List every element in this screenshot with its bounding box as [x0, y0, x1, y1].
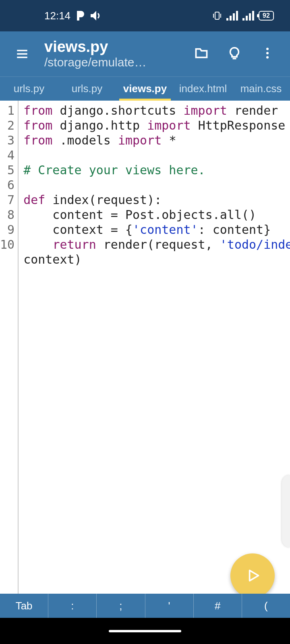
tab-main-css[interactable]: main.css [232, 77, 290, 101]
tab-bar: urls.pyurls.pyviews.pyindex.htmlmain.css [0, 76, 290, 101]
file-path: /storage/emulate… [44, 56, 194, 69]
p-icon [75, 10, 85, 21]
key-tab[interactable]: Tab [0, 594, 48, 618]
key-:[interactable]: : [48, 594, 97, 618]
code-editor[interactable]: 12345678910 from django.shortcuts import… [0, 101, 290, 618]
vibrate-icon [212, 10, 222, 21]
nav-pill[interactable] [109, 630, 181, 632]
key-;[interactable]: ; [97, 594, 145, 618]
key-'[interactable]: ' [145, 594, 194, 618]
status-bar: 12:14 92 [0, 0, 290, 31]
file-title: views.py [44, 39, 194, 56]
menu-button[interactable] [8, 47, 36, 61]
svg-rect-8 [252, 11, 254, 21]
tab-urls-py[interactable]: urls.py [58, 77, 116, 101]
signal-icon-1 [226, 11, 238, 21]
run-button[interactable] [230, 553, 275, 598]
signal-icon-2 [242, 11, 255, 21]
key-#[interactable]: # [194, 594, 242, 618]
svg-rect-1 [226, 18, 228, 21]
svg-rect-3 [233, 13, 235, 21]
line-gutter: 12345678910 [0, 101, 19, 618]
key-([interactable]: ( [242, 594, 290, 618]
folder-icon[interactable] [194, 46, 209, 62]
svg-rect-7 [249, 13, 251, 21]
title-block: views.py /storage/emulate… [36, 39, 194, 69]
svg-rect-4 [236, 11, 238, 21]
tab-urls-py[interactable]: urls.py [0, 77, 58, 101]
status-time: 12:14 [44, 10, 70, 22]
svg-rect-2 [230, 16, 232, 21]
tab-views-py[interactable]: views.py [116, 77, 174, 101]
svg-point-10 [266, 52, 269, 54]
svg-rect-5 [242, 18, 244, 21]
lightbulb-icon[interactable] [227, 46, 242, 62]
svg-rect-6 [246, 16, 248, 21]
edge-handle[interactable] [282, 475, 290, 547]
svg-rect-0 [215, 12, 219, 19]
svg-point-11 [266, 56, 269, 59]
code-content[interactable]: from django.shortcuts import renderfrom … [19, 101, 290, 618]
symbol-bar: Tab:;'#( [0, 594, 290, 618]
system-nav[interactable] [0, 618, 290, 644]
battery-indicator: 92 [259, 11, 274, 21]
svg-point-9 [266, 48, 269, 50]
volume-icon [90, 10, 103, 21]
app-bar: views.py /storage/emulate… [0, 31, 290, 76]
more-icon[interactable] [260, 46, 275, 62]
tab-index-html[interactable]: index.html [174, 77, 232, 101]
